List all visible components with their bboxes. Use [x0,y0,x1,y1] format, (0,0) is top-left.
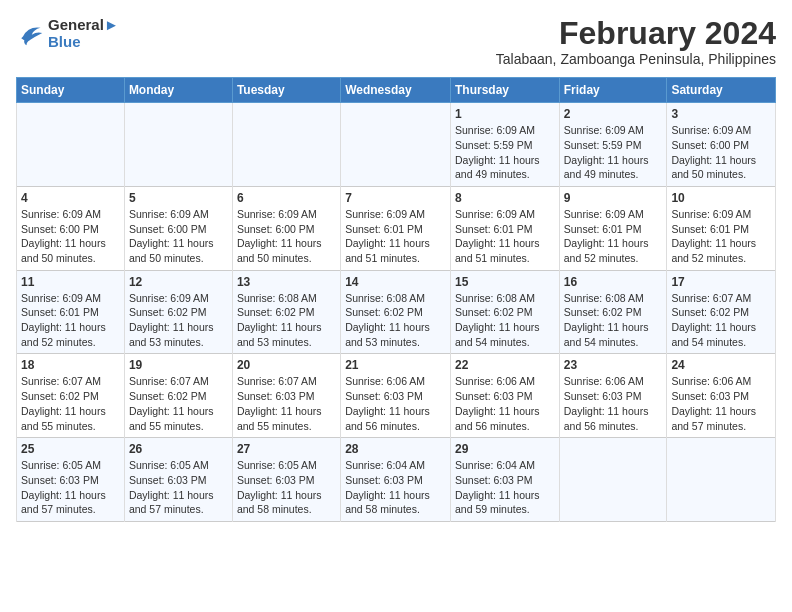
day-detail: Sunrise: 6:05 AM Sunset: 6:03 PM Dayligh… [21,458,120,517]
day-number: 5 [129,191,228,205]
day-detail: Sunrise: 6:08 AM Sunset: 6:02 PM Dayligh… [345,291,446,350]
calendar-cell: 14Sunrise: 6:08 AM Sunset: 6:02 PM Dayli… [341,270,451,354]
day-detail: Sunrise: 6:09 AM Sunset: 6:00 PM Dayligh… [129,207,228,266]
day-detail: Sunrise: 6:09 AM Sunset: 6:00 PM Dayligh… [671,123,771,182]
calendar-cell: 1Sunrise: 6:09 AM Sunset: 5:59 PM Daylig… [450,103,559,187]
calendar-cell: 8Sunrise: 6:09 AM Sunset: 6:01 PM Daylig… [450,186,559,270]
day-number: 9 [564,191,663,205]
day-detail: Sunrise: 6:05 AM Sunset: 6:03 PM Dayligh… [129,458,228,517]
day-detail: Sunrise: 6:09 AM Sunset: 6:01 PM Dayligh… [671,207,771,266]
day-number: 3 [671,107,771,121]
day-number: 2 [564,107,663,121]
title-block: February 2024 Talabaan, Zamboanga Penins… [496,16,776,67]
day-detail: Sunrise: 6:09 AM Sunset: 6:02 PM Dayligh… [129,291,228,350]
header-day: Monday [124,78,232,103]
day-number: 12 [129,275,228,289]
calendar-cell: 29Sunrise: 6:04 AM Sunset: 6:03 PM Dayli… [450,438,559,522]
day-detail: Sunrise: 6:04 AM Sunset: 6:03 PM Dayligh… [455,458,555,517]
day-number: 29 [455,442,555,456]
calendar-cell: 16Sunrise: 6:08 AM Sunset: 6:02 PM Dayli… [559,270,667,354]
day-number: 20 [237,358,336,372]
calendar-week-row: 18Sunrise: 6:07 AM Sunset: 6:02 PM Dayli… [17,354,776,438]
calendar-cell: 17Sunrise: 6:07 AM Sunset: 6:02 PM Dayli… [667,270,776,354]
day-detail: Sunrise: 6:09 AM Sunset: 6:01 PM Dayligh… [345,207,446,266]
calendar-cell: 15Sunrise: 6:08 AM Sunset: 6:02 PM Dayli… [450,270,559,354]
calendar-cell: 3Sunrise: 6:09 AM Sunset: 6:00 PM Daylig… [667,103,776,187]
day-number: 23 [564,358,663,372]
header-day: Tuesday [232,78,340,103]
header-day: Thursday [450,78,559,103]
calendar-cell [232,103,340,187]
day-number: 13 [237,275,336,289]
header-day: Saturday [667,78,776,103]
day-number: 25 [21,442,120,456]
day-number: 24 [671,358,771,372]
day-number: 27 [237,442,336,456]
calendar-table: SundayMondayTuesdayWednesdayThursdayFrid… [16,77,776,522]
logo: General► Blue [16,16,119,50]
header-day: Sunday [17,78,125,103]
page-subtitle: Talabaan, Zamboanga Peninsula, Philippin… [496,51,776,67]
logo-icon [16,19,44,47]
day-detail: Sunrise: 6:07 AM Sunset: 6:02 PM Dayligh… [129,374,228,433]
calendar-week-row: 4Sunrise: 6:09 AM Sunset: 6:00 PM Daylig… [17,186,776,270]
day-number: 17 [671,275,771,289]
day-number: 8 [455,191,555,205]
page-header: General► Blue February 2024 Talabaan, Za… [16,16,776,67]
day-number: 14 [345,275,446,289]
calendar-cell: 20Sunrise: 6:07 AM Sunset: 6:03 PM Dayli… [232,354,340,438]
day-number: 22 [455,358,555,372]
day-detail: Sunrise: 6:09 AM Sunset: 6:00 PM Dayligh… [21,207,120,266]
day-detail: Sunrise: 6:08 AM Sunset: 6:02 PM Dayligh… [237,291,336,350]
calendar-cell: 12Sunrise: 6:09 AM Sunset: 6:02 PM Dayli… [124,270,232,354]
calendar-week-row: 1Sunrise: 6:09 AM Sunset: 5:59 PM Daylig… [17,103,776,187]
day-detail: Sunrise: 6:07 AM Sunset: 6:03 PM Dayligh… [237,374,336,433]
calendar-cell: 7Sunrise: 6:09 AM Sunset: 6:01 PM Daylig… [341,186,451,270]
calendar-cell: 6Sunrise: 6:09 AM Sunset: 6:00 PM Daylig… [232,186,340,270]
calendar-cell: 2Sunrise: 6:09 AM Sunset: 5:59 PM Daylig… [559,103,667,187]
calendar-cell [341,103,451,187]
day-detail: Sunrise: 6:07 AM Sunset: 6:02 PM Dayligh… [671,291,771,350]
calendar-cell: 22Sunrise: 6:06 AM Sunset: 6:03 PM Dayli… [450,354,559,438]
day-number: 15 [455,275,555,289]
day-number: 7 [345,191,446,205]
day-detail: Sunrise: 6:06 AM Sunset: 6:03 PM Dayligh… [671,374,771,433]
calendar-cell [124,103,232,187]
day-detail: Sunrise: 6:09 AM Sunset: 6:01 PM Dayligh… [455,207,555,266]
calendar-cell [667,438,776,522]
calendar-cell: 19Sunrise: 6:07 AM Sunset: 6:02 PM Dayli… [124,354,232,438]
calendar-cell: 26Sunrise: 6:05 AM Sunset: 6:03 PM Dayli… [124,438,232,522]
calendar-cell: 21Sunrise: 6:06 AM Sunset: 6:03 PM Dayli… [341,354,451,438]
calendar-cell: 18Sunrise: 6:07 AM Sunset: 6:02 PM Dayli… [17,354,125,438]
day-detail: Sunrise: 6:09 AM Sunset: 6:01 PM Dayligh… [21,291,120,350]
calendar-cell: 25Sunrise: 6:05 AM Sunset: 6:03 PM Dayli… [17,438,125,522]
day-detail: Sunrise: 6:06 AM Sunset: 6:03 PM Dayligh… [564,374,663,433]
header-day: Wednesday [341,78,451,103]
calendar-cell: 27Sunrise: 6:05 AM Sunset: 6:03 PM Dayli… [232,438,340,522]
day-detail: Sunrise: 6:09 AM Sunset: 6:01 PM Dayligh… [564,207,663,266]
calendar-week-row: 11Sunrise: 6:09 AM Sunset: 6:01 PM Dayli… [17,270,776,354]
day-number: 21 [345,358,446,372]
header-row: SundayMondayTuesdayWednesdayThursdayFrid… [17,78,776,103]
day-detail: Sunrise: 6:06 AM Sunset: 6:03 PM Dayligh… [345,374,446,433]
day-number: 4 [21,191,120,205]
calendar-cell: 4Sunrise: 6:09 AM Sunset: 6:00 PM Daylig… [17,186,125,270]
logo-text: General► Blue [48,16,119,50]
calendar-cell: 5Sunrise: 6:09 AM Sunset: 6:00 PM Daylig… [124,186,232,270]
day-number: 28 [345,442,446,456]
calendar-week-row: 25Sunrise: 6:05 AM Sunset: 6:03 PM Dayli… [17,438,776,522]
calendar-cell: 11Sunrise: 6:09 AM Sunset: 6:01 PM Dayli… [17,270,125,354]
calendar-cell: 9Sunrise: 6:09 AM Sunset: 6:01 PM Daylig… [559,186,667,270]
page-title: February 2024 [496,16,776,51]
header-day: Friday [559,78,667,103]
day-number: 26 [129,442,228,456]
day-number: 11 [21,275,120,289]
calendar-cell: 13Sunrise: 6:08 AM Sunset: 6:02 PM Dayli… [232,270,340,354]
calendar-cell [559,438,667,522]
calendar-cell: 24Sunrise: 6:06 AM Sunset: 6:03 PM Dayli… [667,354,776,438]
day-detail: Sunrise: 6:08 AM Sunset: 6:02 PM Dayligh… [564,291,663,350]
day-number: 1 [455,107,555,121]
day-detail: Sunrise: 6:08 AM Sunset: 6:02 PM Dayligh… [455,291,555,350]
day-number: 10 [671,191,771,205]
calendar-cell [17,103,125,187]
